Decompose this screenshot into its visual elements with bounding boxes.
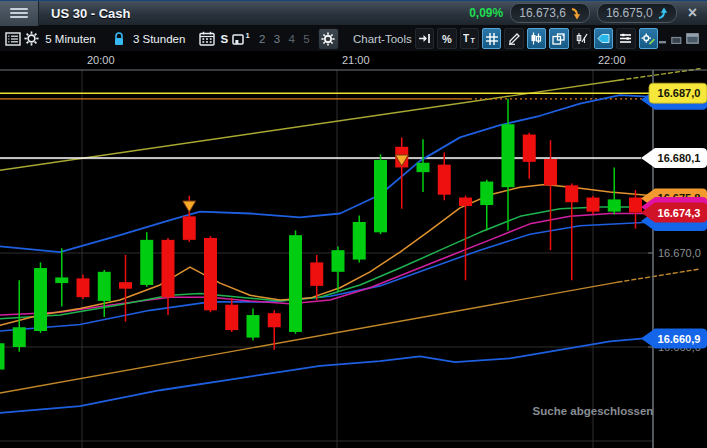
template-2-button[interactable]: 2 — [255, 33, 270, 45]
template-3-button[interactable]: 3 — [270, 33, 285, 45]
candle-body — [438, 165, 451, 195]
maximize-chart-button[interactable] — [686, 33, 699, 44]
candle-body — [417, 163, 430, 172]
timeframe-select[interactable]: 5 Minuten — [45, 33, 96, 45]
candle-body — [55, 277, 68, 283]
candle-body — [310, 262, 323, 286]
green-ma-line — [0, 207, 653, 319]
svg-text:T: T — [463, 33, 469, 44]
time-axis-label: 20:00 — [87, 54, 115, 66]
menu-icon — [10, 8, 28, 10]
text-tool-button[interactable]: TT — [460, 28, 479, 49]
svg-text:1: 1 — [246, 31, 250, 40]
price-badge-value: 16.687,0 — [658, 87, 701, 99]
snapshot-button[interactable]: S — [220, 33, 228, 45]
lock-icon[interactable] — [110, 29, 129, 49]
settings-gear-icon[interactable] — [22, 29, 41, 49]
template-1-button[interactable]: 1 — [232, 29, 255, 49]
chart-tools-dropdown[interactable]: Chart-Tools — [353, 33, 412, 45]
time-axis-label: 22:00 — [598, 54, 626, 66]
candle-body — [353, 222, 366, 260]
change-percent: 0,09% — [469, 6, 503, 20]
template-4-button[interactable]: 4 — [284, 33, 299, 45]
scroll-to-end-button[interactable] — [415, 28, 434, 49]
trading-app-window: { "title_bar": { "title": "US 30 - Cash"… — [0, 0, 707, 448]
candle-body — [225, 305, 238, 330]
minimize-chart-button[interactable] — [658, 35, 667, 44]
lower-channel-line-projection — [618, 269, 700, 282]
pattern-tool-button[interactable] — [572, 28, 591, 49]
price-badge-value: 16.674,3 — [658, 207, 701, 219]
restore-chart-button[interactable] — [671, 35, 682, 44]
search-status-text: Suche abgeschlossen — [533, 405, 654, 417]
orange-ma-line — [0, 184, 653, 325]
ask-price: 16.675,0 — [606, 6, 653, 20]
candle-body — [480, 182, 493, 206]
instrument-title: US 30 - Cash — [51, 6, 130, 21]
chart-area[interactable]: 20:0021:0022:0016.670,016.660,016.687,01… — [0, 52, 707, 448]
arrow-down-icon — [570, 7, 581, 20]
candle-body — [523, 135, 536, 162]
candle-body — [332, 250, 345, 272]
title-bar: US 30 - Cash 0,09% 16.673,6 16.675,0 × — [0, 0, 707, 26]
candle-body — [608, 199, 621, 211]
arrow-up-icon — [657, 7, 668, 20]
sell-signal-icon — [183, 201, 196, 212]
time-axis-label: 21:00 — [342, 54, 370, 66]
candle-body — [374, 160, 387, 232]
candle-body — [0, 343, 5, 369]
menu-button[interactable] — [0, 1, 39, 26]
candle-body — [77, 278, 90, 297]
candle-body — [587, 198, 600, 212]
draw-tool-button[interactable] — [504, 28, 523, 49]
price-axis-label: 16.670,0 — [658, 247, 701, 259]
candle-body — [34, 268, 47, 331]
range-select[interactable]: 3 Stunden — [133, 33, 185, 45]
chart-settings-gear-icon[interactable] — [318, 28, 339, 50]
sell-price-button[interactable]: 16.673,6 — [510, 3, 590, 23]
candle-body — [459, 198, 472, 206]
candle-body — [140, 240, 153, 285]
candle-body — [247, 315, 260, 338]
percent-scale-button[interactable]: % — [437, 28, 456, 49]
watchlist-icon[interactable] — [3, 29, 22, 49]
indicator-levels-button[interactable] — [616, 28, 635, 49]
close-icon[interactable]: × — [684, 5, 701, 21]
price-badge-value: 16.680,1 — [658, 152, 701, 164]
candle-body — [544, 159, 557, 185]
candle-body — [119, 282, 132, 289]
bid-price: 16.673,6 — [519, 6, 566, 20]
svg-text:T: T — [470, 37, 475, 44]
grid-toggle-button[interactable] — [482, 28, 501, 49]
candle-body — [204, 238, 217, 310]
indicator-settings-button[interactable] — [639, 28, 658, 49]
chart-toolbar: 5 Minuten 3 Stunden S 1 2 3 4 5 Chart-To… — [0, 26, 707, 52]
price-label-tool-button[interactable] — [594, 28, 613, 49]
candle-body — [162, 240, 175, 297]
layout-windows-button[interactable] — [549, 28, 568, 49]
candle-body — [289, 235, 302, 332]
candle-body — [183, 216, 196, 240]
candle-body — [502, 124, 515, 187]
candle-body — [268, 313, 281, 327]
candlestick-chart[interactable]: 20:0021:0022:0016.670,016.660,016.687,01… — [0, 52, 707, 448]
buy-price-button[interactable]: 16.675,0 — [597, 3, 677, 23]
candlestick-type-button[interactable] — [527, 28, 546, 49]
template-5-button[interactable]: 5 — [299, 33, 314, 45]
calendar-icon[interactable] — [197, 29, 216, 49]
candle-body — [13, 327, 26, 347]
price-badge-value: 16.660,9 — [658, 333, 701, 345]
candle-body — [565, 185, 578, 202]
candle-body — [629, 198, 642, 213]
candle-body — [98, 272, 111, 301]
